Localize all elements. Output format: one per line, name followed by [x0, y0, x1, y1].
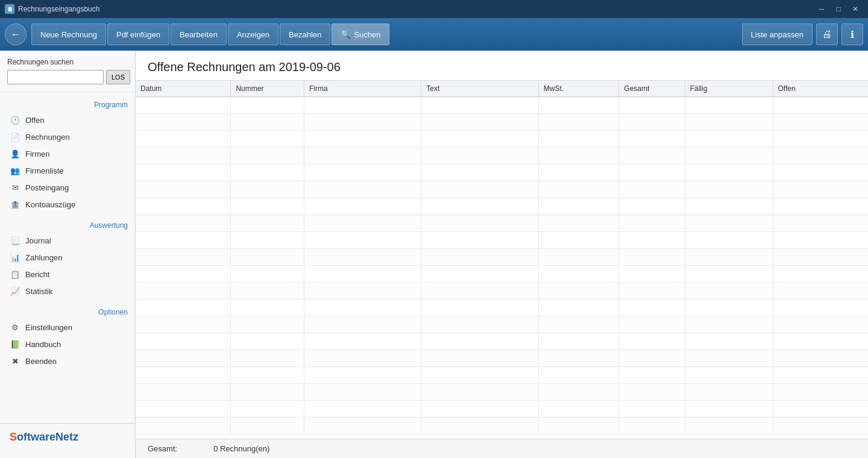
table-row[interactable]: [136, 300, 868, 316]
table-row[interactable]: [136, 181, 868, 198]
neue-rechnung-button[interactable]: Neue Rechnung: [31, 24, 106, 45]
col-offen: Offen: [773, 81, 868, 97]
document-icon: 📄: [10, 131, 20, 142]
table-cell: [231, 283, 304, 300]
search-input[interactable]: [7, 70, 104, 84]
pdf-einfuegen-button[interactable]: Pdf einfügen: [107, 24, 169, 45]
table-row[interactable]: [136, 333, 868, 350]
table-cell: [773, 165, 868, 181]
table-row[interactable]: [136, 232, 868, 249]
table-row[interactable]: [136, 418, 868, 434]
table-cell: [136, 215, 231, 232]
table-cell: [538, 350, 619, 367]
sidebar-item-beenden[interactable]: ✖ Beenden: [0, 353, 135, 369]
table-cell: [685, 266, 773, 283]
table-cell: [231, 300, 304, 316]
footer-count: 0 Rechnung(en): [213, 444, 269, 453]
table-cell: [304, 114, 421, 131]
table-cell: [685, 384, 773, 401]
table-cell: [136, 333, 231, 350]
table-cell: [421, 232, 538, 249]
table-container[interactable]: Datum Nummer Firma Text MwSt. Gesamt Fäl…: [136, 81, 868, 439]
table-cell: [136, 384, 231, 401]
table-row[interactable]: [136, 148, 868, 165]
table-row[interactable]: [136, 131, 868, 148]
close-button[interactable]: ✕: [848, 3, 863, 15]
table-cell: [136, 165, 231, 181]
bank-icon: 🏦: [10, 199, 20, 210]
table-row[interactable]: [136, 249, 868, 266]
table-row[interactable]: [136, 401, 868, 418]
col-text: Text: [421, 81, 538, 97]
table-cell: [231, 97, 304, 114]
bearbeiten-button[interactable]: Bearbeiten: [171, 24, 227, 45]
table-row[interactable]: [136, 215, 868, 232]
titlebar-left: 📋 Rechnungseingangsbuch: [5, 4, 99, 14]
maximize-button[interactable]: □: [831, 3, 846, 15]
table-cell: [773, 384, 868, 401]
table-cell: [421, 350, 538, 367]
search-go-button[interactable]: LOS: [106, 70, 130, 84]
gear-icon: ⚙: [10, 322, 20, 333]
book-icon: 📗: [10, 339, 20, 350]
col-firma: Firma: [304, 81, 421, 97]
sidebar-item-firmenliste[interactable]: 👥 Firmenliste: [0, 162, 135, 179]
table-cell: [685, 350, 773, 367]
sidebar-item-kontoauszuege[interactable]: 🏦 Kontoauszüge: [0, 196, 135, 213]
suchen-button[interactable]: 🔍 Suchen: [332, 24, 389, 45]
table-cell: [421, 283, 538, 300]
anzeigen-button[interactable]: Anzeigen: [228, 24, 278, 45]
table-cell: [619, 300, 685, 316]
table-cell: [136, 418, 231, 434]
table-cell: [538, 215, 619, 232]
sidebar-item-bericht[interactable]: 📋 Bericht: [0, 266, 135, 283]
table-row[interactable]: [136, 384, 868, 401]
content-header: Offene Rechnungen am 2019-09-06: [136, 51, 868, 81]
liste-anpassen-button[interactable]: Liste anpassen: [742, 24, 813, 45]
logo-s: S: [10, 431, 17, 443]
table-row[interactable]: [136, 97, 868, 114]
sidebar-item-journal[interactable]: 📃 Journal: [0, 232, 135, 249]
table-row[interactable]: [136, 198, 868, 215]
sidebar-item-zahlungen[interactable]: 📊 Zahlungen: [0, 249, 135, 266]
minimize-button[interactable]: ─: [814, 3, 829, 15]
print-button[interactable]: 🖨: [816, 24, 838, 45]
table-cell: [685, 215, 773, 232]
col-datum: Datum: [136, 81, 231, 97]
table-cell: [421, 114, 538, 131]
table-cell: [619, 350, 685, 367]
info-button[interactable]: ℹ: [841, 24, 863, 45]
table-cell: [619, 148, 685, 165]
search-label: Rechnungen suchen: [7, 58, 128, 66]
table-cell: [538, 181, 619, 198]
invoices-table: Datum Nummer Firma Text MwSt. Gesamt Fäl…: [136, 81, 868, 434]
programm-section-label: Programm: [0, 97, 135, 111]
sidebar-item-posteingang[interactable]: ✉ Posteingang: [0, 179, 135, 196]
table-cell: [136, 97, 231, 114]
main-layout: Rechnungen suchen LOS Programm 🕐 Offen 📄…: [0, 51, 868, 458]
chart-icon: 📊: [10, 252, 20, 263]
table-header-row: Datum Nummer Firma Text MwSt. Gesamt Fäl…: [136, 81, 868, 97]
sidebar-item-statistik[interactable]: 📈 Statistik: [0, 283, 135, 300]
table-row[interactable]: [136, 350, 868, 367]
table-cell: [421, 215, 538, 232]
table-row[interactable]: [136, 316, 868, 333]
sidebar-item-einstellungen-label: Einstellungen: [25, 323, 72, 332]
table-cell: [421, 384, 538, 401]
bezahlen-button[interactable]: Bezahlen: [280, 24, 330, 45]
sidebar-item-einstellungen[interactable]: ⚙ Einstellungen: [0, 319, 135, 336]
table-row[interactable]: [136, 283, 868, 300]
table-cell: [685, 333, 773, 350]
sidebar-item-rechnungen[interactable]: 📄 Rechnungen: [0, 128, 135, 145]
sidebar-item-firmen[interactable]: 👤 Firmen: [0, 145, 135, 162]
back-button[interactable]: ←: [5, 24, 27, 45]
table-row[interactable]: [136, 165, 868, 181]
table-row[interactable]: [136, 367, 868, 384]
table-cell: [538, 401, 619, 418]
table-row[interactable]: [136, 114, 868, 131]
table-row[interactable]: [136, 266, 868, 283]
sidebar-logo: SoftwareNetz: [0, 423, 135, 451]
sidebar-item-offen[interactable]: 🕐 Offen: [0, 111, 135, 128]
sidebar-item-handbuch[interactable]: 📗 Handbuch: [0, 336, 135, 353]
toolbar: ← Neue Rechnung Pdf einfügen Bearbeiten …: [0, 18, 868, 51]
